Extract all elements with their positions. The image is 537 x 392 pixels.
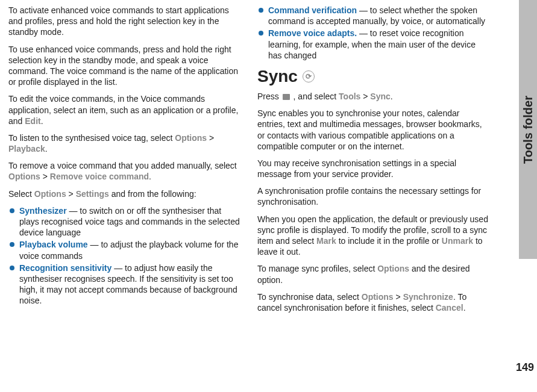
para: Select Options > Settings and from the f… [8, 188, 240, 199]
bullet-item: Recognition sensitivity — to adjust how … [8, 263, 240, 306]
para: To edit the voice commands, in the Voice… [8, 93, 240, 126]
para: A synchronisation profile contains the n… [257, 185, 489, 207]
para: To listen to the synthesised voice tag, … [8, 132, 240, 154]
bullet-item: Synthesizer — to switch on or off the sy… [8, 205, 240, 238]
text: > [40, 172, 50, 181]
bullet-dot-icon [259, 31, 263, 36]
text: Select [8, 189, 34, 199]
ui-label: Unmark [442, 236, 473, 246]
sync-heading: Sync ⟳ [257, 67, 489, 86]
text: To manage sync profiles, select [257, 264, 377, 273]
text: . [41, 116, 43, 126]
text: . [45, 144, 48, 154]
ui-label: Options [362, 292, 394, 302]
para: To remove a voice command that you added… [8, 160, 240, 182]
text: Press [257, 92, 281, 101]
text: and from the following: [109, 189, 196, 199]
para: To manage sync profiles, select Options … [257, 263, 489, 285]
option-name: Synthesizer [19, 206, 67, 216]
bullet-item: Playback volume — to adjust the playback… [8, 239, 240, 261]
para: You may receive synchronisation settings… [257, 158, 489, 179]
section-tab-label: Tools folder [521, 96, 535, 164]
bullet-dot-icon [10, 208, 14, 213]
ui-label: Playback [8, 144, 45, 154]
text: To remove a voice command that you added… [8, 161, 237, 170]
menu-key-icon [283, 94, 290, 100]
left-column: To activate enhanced voice commands to s… [0, 0, 249, 392]
text: > [207, 133, 214, 143]
text: > [394, 292, 403, 302]
ui-label: Sync [370, 92, 390, 101]
bullet-item: Remove voice adapts. — to reset voice re… [257, 28, 489, 61]
bullet-dot-icon [259, 8, 263, 13]
ui-label: Settings [76, 189, 109, 199]
ui-label: Tools [339, 92, 360, 101]
ui-label: Options [34, 189, 66, 199]
text: To listen to the synthesised voice tag, … [8, 133, 175, 143]
para: When you open the application, the defau… [257, 214, 489, 258]
bullet-item: Command verification — to select whether… [257, 5, 489, 26]
option-name: Remove voice adapts. [268, 28, 357, 38]
option-name: Playback volume [19, 240, 88, 249]
ui-label: Cancel [436, 303, 463, 313]
ui-label: Options [377, 264, 409, 273]
ui-label: Synchronize [403, 292, 453, 302]
heading-text: Sync [257, 67, 298, 86]
text: > [66, 189, 76, 199]
ui-label: Edit [25, 116, 40, 126]
text: . [149, 172, 151, 181]
text: > [360, 92, 370, 101]
ui-label: Mark [316, 236, 336, 246]
bullet-dot-icon [10, 266, 14, 270]
option-name: Recognition sensitivity [19, 263, 111, 273]
para: To use enhanced voice commands, press an… [8, 44, 240, 88]
para: Press , and select Tools > Sync. [257, 91, 489, 102]
bullet-dot-icon [10, 242, 14, 247]
para: Sync enables you to synchronise your not… [257, 108, 489, 152]
ui-label: Options [175, 133, 207, 143]
text: To synchronise data, select [257, 292, 362, 302]
option-name: Command verification [268, 5, 357, 15]
ui-label: Remove voice command [50, 172, 149, 181]
ui-label: Options [8, 172, 40, 181]
right-column: Command verification — to select whether… [249, 0, 498, 392]
text: . [391, 92, 393, 101]
text: to include it in the profile or [336, 236, 442, 246]
text: , and select [291, 92, 339, 101]
page-number: 149 [516, 361, 534, 374]
text: . [463, 303, 466, 313]
para: To activate enhanced voice commands to s… [8, 5, 240, 38]
section-tab: Tools folder [519, 0, 537, 259]
para: To synchronise data, select Options > Sy… [257, 291, 489, 313]
sync-icon: ⟳ [303, 70, 315, 82]
